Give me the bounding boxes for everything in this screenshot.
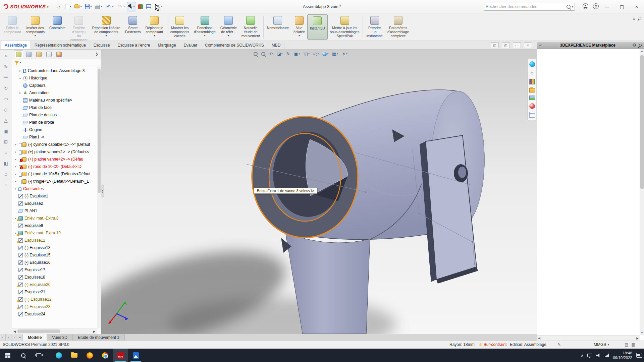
pin-ribbon-icon[interactable] bbox=[638, 16, 642, 20]
caret-down-icon[interactable]: ▾ bbox=[35, 34, 36, 37]
model-tab-vues-3d[interactable]: Vues 3D bbox=[47, 334, 73, 341]
scroll-left-icon[interactable]: ◀ bbox=[538, 337, 540, 340]
rotate-tool-icon[interactable]: ↻ bbox=[2, 84, 10, 92]
tab-displaymanager[interactable] bbox=[54, 50, 63, 58]
tree-item-tringle-1-defaut-defaut-e[interactable]: ▸(-) tringle<1> (Défaut<<Défaut>_E bbox=[12, 178, 97, 185]
display-icon[interactable] bbox=[587, 354, 592, 357]
expand-arrow-icon[interactable]: ▸ bbox=[13, 143, 18, 146]
taskbar-clock[interactable]: 18:48 09/10/2022 bbox=[613, 351, 632, 360]
home-button[interactable]: ⌂ bbox=[54, 2, 63, 11]
redo-button[interactable]: ↷▾ bbox=[115, 2, 126, 11]
tree-item-origine[interactable]: Origine bbox=[12, 126, 97, 133]
pencil-tool-icon[interactable]: ✎ bbox=[2, 63, 10, 70]
collapse-task-pane-icon[interactable]: « bbox=[539, 43, 542, 48]
search-icon[interactable] bbox=[567, 5, 571, 9]
close-button[interactable]: × bbox=[629, 0, 644, 13]
firefox-taskbar-button[interactable] bbox=[82, 349, 97, 362]
new-button[interactable]: ▾ bbox=[64, 2, 72, 11]
section-view-icon[interactable]: ◪▾ bbox=[276, 51, 283, 57]
expand-arrow-icon[interactable]: ▸ bbox=[18, 91, 22, 95]
ribbon-prendre[interactable]: Prendre un instantané bbox=[364, 14, 385, 40]
close-document-icon[interactable]: × bbox=[524, 42, 532, 48]
expand-arrow-icon[interactable]: ▸ bbox=[18, 76, 22, 80]
open-button[interactable]: ▾ bbox=[73, 2, 83, 11]
login-user-icon[interactable] bbox=[583, 3, 588, 9]
gear-button[interactable]: ⚙▾ bbox=[153, 2, 164, 11]
ribbon-inserer-des[interactable]: Insérer des composants▾ bbox=[23, 14, 47, 40]
tree-item-esquisse24[interactable]: Esquisse24 bbox=[12, 310, 97, 318]
tree-item-esquisse23[interactable]: (-) Esquisse23 bbox=[12, 303, 97, 310]
edit-sketch-icon[interactable]: ✎ bbox=[557, 342, 561, 347]
tree-item-plan-de-droite[interactable]: Plan de droite bbox=[12, 119, 97, 126]
ribbon-smart[interactable]: Smart Fasteners bbox=[123, 14, 143, 40]
tree-item-esquisse9[interactable]: Esquisse9 bbox=[12, 222, 97, 229]
expand-arrow-icon[interactable]: ▸ bbox=[13, 158, 18, 161]
ribbon-fonctions[interactable]: Fonctions d'assemblage▾ bbox=[192, 14, 218, 40]
add-tool-icon[interactable]: + bbox=[2, 181, 10, 188]
tree-item-plan1[interactable]: PLAN1 bbox=[12, 207, 97, 215]
task-pane-vertical-scrollbar[interactable]: ▲ ▼ bbox=[640, 49, 644, 335]
home-tab-icon[interactable]: ⌂ bbox=[529, 70, 535, 76]
task-pane-settings-icon[interactable]: ⚙ bbox=[632, 43, 636, 48]
solidworks-taskbar-button[interactable]: 2021 bbox=[113, 349, 128, 362]
home-view-tool-icon[interactable]: ⌂ bbox=[2, 170, 10, 178]
tree-item-esquisse2[interactable]: Esquisse2 bbox=[12, 200, 97, 207]
undo-button[interactable]: ↶▾ bbox=[104, 2, 115, 11]
3d-model[interactable] bbox=[101, 50, 537, 334]
ribbon-nomenclature[interactable]: Nomenclature bbox=[265, 14, 291, 40]
command-search-input[interactable] bbox=[486, 4, 567, 9]
tree-item-enlev-mat-extru-3[interactable]: ▸Enlèv. mat.-Extru.3 bbox=[12, 215, 97, 222]
caret-down-icon[interactable]: ▾ bbox=[299, 34, 300, 37]
custom-properties-tab-icon[interactable] bbox=[529, 112, 535, 118]
caret-down-icon[interactable]: ▾ bbox=[123, 5, 125, 8]
zoom-fit-icon[interactable] bbox=[253, 51, 258, 57]
scrollbar-track[interactable] bbox=[17, 329, 92, 334]
tree-panel-chevron-icon[interactable]: ❯ bbox=[95, 52, 98, 56]
tree-item-capteurs[interactable]: Capteurs bbox=[12, 82, 97, 89]
caret-down-icon[interactable]: ▾ bbox=[112, 5, 113, 8]
tree-item-materiau-non-specifie[interactable]: Matériau <non spécifié> bbox=[12, 97, 97, 104]
tab-scroll-icon[interactable]: » bbox=[17, 334, 23, 341]
file-explorer-tab-icon[interactable] bbox=[529, 88, 535, 93]
triangle-tool-icon[interactable]: △ bbox=[2, 117, 10, 124]
annotation-views-icon[interactable]: ✎ bbox=[285, 51, 291, 57]
caret-down-icon[interactable]: ▾ bbox=[90, 5, 92, 8]
print-button[interactable]: ▾ bbox=[94, 2, 103, 11]
caret-down-icon[interactable]: ▾ bbox=[106, 34, 107, 37]
tree-item-esquisse17[interactable]: Esquisse17 bbox=[12, 266, 97, 274]
3dexperience-tab-icon[interactable] bbox=[529, 61, 535, 67]
pen-tool-icon[interactable]: ✏ bbox=[2, 74, 10, 81]
ribbon-parametres[interactable]: Paramètres d'assemblage complexe bbox=[385, 14, 411, 40]
expand-arrow-icon[interactable]: ▸ bbox=[13, 172, 18, 176]
edit-appearance-icon[interactable]: ▾ bbox=[322, 51, 329, 57]
tree-item-esquisse20[interactable]: (-) Esquisse20 bbox=[12, 281, 97, 288]
pattern-tool-icon[interactable]: ⊞ bbox=[2, 138, 10, 145]
sheet-icon[interactable]: ▦ bbox=[631, 342, 635, 347]
file-explorer-taskbar-button[interactable] bbox=[66, 349, 82, 362]
tree-item-esquisse1[interactable]: (-) Esquisse1 bbox=[12, 192, 97, 200]
grid-tool-icon[interactable]: ▣ bbox=[2, 127, 10, 135]
expand-arrow-icon[interactable]: ▸ bbox=[18, 69, 22, 72]
tab-scroll-icon[interactable]: « bbox=[0, 334, 6, 341]
tree-item-plan-de-face[interactable]: Plan de face bbox=[12, 104, 97, 111]
ribbon-contrainte[interactable]: Contrainte bbox=[47, 14, 68, 40]
tree-item-rond-de-10-2-defaut-d[interactable]: ▸!(-) rond de 10<2> (Défaut<<D bbox=[12, 163, 97, 170]
chrome-taskbar-button[interactable] bbox=[97, 349, 113, 362]
filter-caret-icon[interactable]: ▾ bbox=[20, 61, 21, 64]
previous-view-icon[interactable]: ↶ bbox=[268, 51, 274, 57]
ribbon-nouvelle[interactable]: Nouvelle étude de mouvement bbox=[239, 14, 262, 40]
caret-down-icon[interactable]: ▾ bbox=[80, 5, 82, 8]
hide-show-items-icon[interactable]: ◎▾ bbox=[313, 51, 320, 57]
expand-arrow-icon[interactable]: ▸ bbox=[13, 187, 18, 190]
chevron-up-icon[interactable]: ∧ bbox=[581, 353, 583, 358]
model-tab-modele[interactable]: Modèle bbox=[23, 334, 47, 341]
tree-item-esquisse12[interactable]: Esquisse12 bbox=[12, 237, 97, 244]
caret-down-icon[interactable]: ▾ bbox=[70, 5, 71, 8]
panel-splitter[interactable]: ❯ bbox=[101, 185, 104, 197]
ribbon-deplacer-le[interactable]: Déplacer le composant▾ bbox=[143, 14, 166, 40]
tab-configurationmanager[interactable] bbox=[34, 50, 43, 58]
tab-dimxpertmanager[interactable] bbox=[44, 50, 53, 58]
scrollbar-thumb[interactable] bbox=[98, 69, 101, 193]
tree-vertical-scrollbar[interactable] bbox=[97, 67, 101, 328]
ribbon-vue[interactable]: Vue éclatée▾ bbox=[291, 14, 307, 40]
